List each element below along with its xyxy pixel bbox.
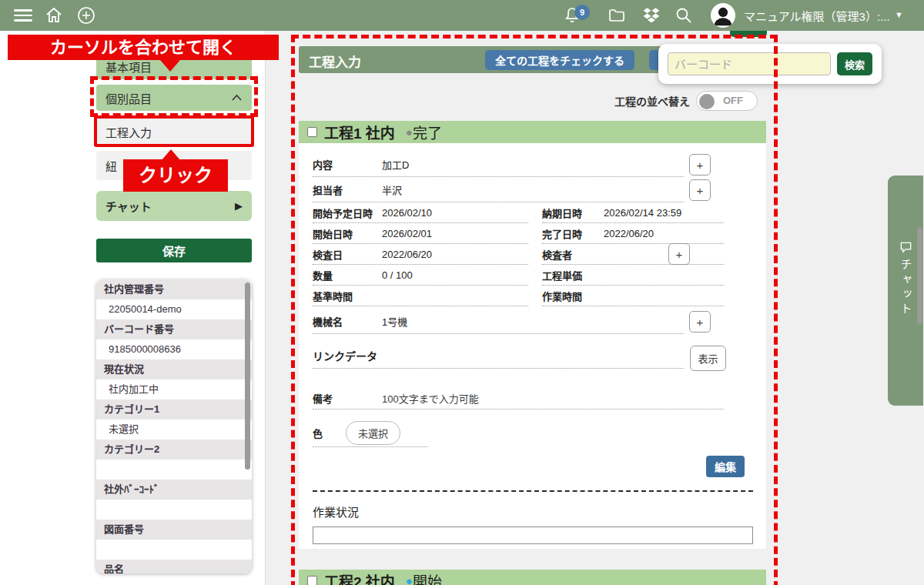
field-label: 機械名 xyxy=(313,314,382,329)
field-label: 検査日 xyxy=(313,247,382,262)
barcode-search-card: 検索 xyxy=(658,44,882,84)
field-label: 基準時間 xyxy=(313,289,382,303)
chevron-right-icon: ▶ xyxy=(235,200,243,212)
info-value[interactable]: 社内加工中 xyxy=(96,379,252,399)
add-new-icon[interactable] xyxy=(77,6,95,25)
sidebar-item-individual[interactable]: 個別品目 xyxy=(96,85,252,111)
process-2-title: 工程2 社内 xyxy=(324,570,395,585)
field-value[interactable]: 2022/06/20 xyxy=(604,228,654,239)
info-label: バーコード番号 xyxy=(96,319,252,339)
field-value[interactable]: 2026/02/01 xyxy=(382,228,432,239)
home-icon[interactable] xyxy=(45,6,63,25)
field-row-color: 色 未選択 xyxy=(313,420,753,448)
top-navbar: 9 マニュアル権限（管理3）:... ▼ xyxy=(0,0,924,31)
sidebar-item-basic-label: 基本項目 xyxy=(105,58,152,75)
process-2-checkbox[interactable] xyxy=(307,576,317,585)
color-select-pill[interactable]: 未選択 xyxy=(346,421,400,445)
field-label: 色 xyxy=(313,426,323,440)
edit-button[interactable]: 編集 xyxy=(706,456,745,477)
page-title: 工程入力 xyxy=(309,52,361,71)
notification-count-badge: 9 xyxy=(574,5,590,20)
field-label: 納期日時 xyxy=(542,206,604,220)
info-value[interactable]: 未選択 xyxy=(96,420,252,440)
sidebar-item-himozuke[interactable]: 紐 xyxy=(96,151,252,180)
sidebar-item-individual-label: 個別品目 xyxy=(105,90,152,106)
field-label: 内容 xyxy=(313,157,382,172)
info-list-scrollbar[interactable] xyxy=(245,282,250,470)
field-value[interactable]: 100文字まで入力可能 xyxy=(382,391,479,406)
process-1-status: 完了 xyxy=(413,122,442,142)
sidebar-item-basic[interactable]: 基本項目 xyxy=(96,54,252,79)
dropbox-icon[interactable] xyxy=(642,6,661,25)
status-dot: ● xyxy=(406,574,413,585)
field-label: 完了日時 xyxy=(542,226,604,241)
field-label: 工程単価 xyxy=(542,268,604,282)
field-value[interactable]: 2026/02/14 23:59 xyxy=(604,207,681,219)
field-pair-row: 開始予定日時2026/02/10 納期日時2026/02/14 23:59 xyxy=(313,203,753,224)
dashed-divider xyxy=(313,490,753,492)
show-link-data-button[interactable]: 表示 xyxy=(690,346,726,371)
info-value[interactable]: 9185000008636 xyxy=(96,339,252,359)
field-value[interactable]: 0 / 100 xyxy=(382,269,413,281)
field-row-note: 備考 100文字まで入力可能 xyxy=(313,387,753,410)
process-2-status: 開始 xyxy=(413,570,442,585)
toggle-knob xyxy=(699,94,715,109)
chevron-up-icon xyxy=(231,94,243,102)
process-1-checkbox[interactable] xyxy=(307,127,317,137)
sidebar-item-himozuke-label: 紐 xyxy=(105,158,117,174)
page-scrollbar[interactable] xyxy=(917,227,922,324)
field-label: リンクデータ xyxy=(313,348,377,368)
hamburger-menu-icon[interactable] xyxy=(14,6,32,25)
add-button[interactable]: + xyxy=(668,243,690,265)
chat-bubble-icon xyxy=(899,241,912,254)
add-button[interactable]: + xyxy=(689,311,711,333)
sidebar-item-process-input[interactable]: 工程入力 xyxy=(96,119,252,145)
save-button[interactable]: 保存 xyxy=(96,239,252,262)
info-value[interactable] xyxy=(96,540,252,560)
add-button[interactable]: + xyxy=(689,154,711,176)
field-row-link-data: リンクデータ 表示 xyxy=(313,346,753,373)
field-value[interactable]: 1号機 xyxy=(382,314,407,329)
field-value[interactable]: 2026/02/10 xyxy=(382,207,432,219)
field-label: 開始予定日時 xyxy=(313,206,382,220)
sidebar-item-process-input-label: 工程入力 xyxy=(105,124,152,140)
chat-tab-label: チャット xyxy=(898,259,914,317)
field-value[interactable]: 半沢 xyxy=(382,182,402,197)
user-role-label[interactable]: マニュアル権限（管理3）:... xyxy=(744,8,890,24)
folder-icon[interactable] xyxy=(608,6,626,25)
user-avatar[interactable] xyxy=(711,3,735,28)
process-1-title: 工程1 社内 xyxy=(324,122,395,142)
partial-dropdown-tab xyxy=(730,31,767,37)
field-pair-row: 数量0 / 100 工程単価 xyxy=(313,266,753,286)
info-value[interactable]: 22050014-demo xyxy=(96,299,252,319)
info-label: 品名 xyxy=(96,560,252,573)
barcode-input[interactable] xyxy=(668,52,831,75)
search-icon[interactable] xyxy=(675,6,693,25)
field-value[interactable]: 加工D xyxy=(382,157,409,172)
process-sort-row: 工程の並べ替え OFF xyxy=(299,90,766,112)
sidebar-item-chat[interactable]: チャット ▶ xyxy=(96,191,252,221)
info-value[interactable] xyxy=(96,460,252,480)
field-label: 作業時間 xyxy=(542,289,604,303)
info-value[interactable] xyxy=(96,500,252,520)
sidebar-item-chat-label: チャット xyxy=(105,198,152,214)
info-label: カテゴリー1 xyxy=(96,399,252,420)
barcode-search-button[interactable]: 検索 xyxy=(837,52,872,75)
info-label: 社内管理番号 xyxy=(96,279,252,299)
process-2-header: 工程2 社内 ● 開始 xyxy=(299,570,766,585)
check-all-processes-button[interactable]: 全ての工程をチェックする xyxy=(485,50,634,70)
work-status-label: 作業状況 xyxy=(313,503,753,520)
process-2-card: 工程2 社内 ● 開始 xyxy=(299,570,766,585)
work-status-input[interactable] xyxy=(313,526,753,544)
item-info-list: 社内管理番号 22050014-demo バーコード番号 91850000086… xyxy=(96,279,252,573)
chevron-down-icon[interactable]: ▼ xyxy=(895,10,903,19)
info-label: 図面番号 xyxy=(96,520,252,540)
add-button[interactable]: + xyxy=(689,179,711,201)
field-pair-row: 開始日時2026/02/01 完了日時2022/06/20 xyxy=(313,224,753,245)
field-pair-row: 基準時間 作業時間 xyxy=(313,286,753,307)
field-value[interactable]: 2022/06/20 xyxy=(382,249,432,260)
toggle-state-label: OFF xyxy=(723,95,743,106)
sort-toggle-switch[interactable]: OFF xyxy=(696,91,758,111)
field-label: 担当者 xyxy=(313,182,382,197)
info-label: 現在状況 xyxy=(96,359,252,379)
